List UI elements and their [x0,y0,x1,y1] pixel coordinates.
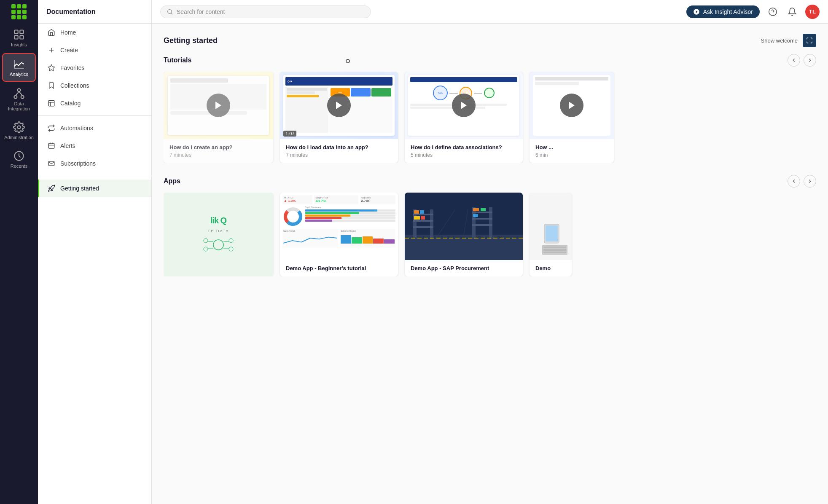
data-integration-icon [13,88,25,99]
tutorial-thumb-1 [164,72,273,139]
sidebar-nav-subscriptions[interactable]: Subscriptions [38,155,151,172]
app-logo[interactable] [0,0,38,24]
play-icon-2 [334,100,344,110]
svg-rect-71 [543,252,566,253]
tutorials-prev-button[interactable] [788,54,800,67]
tutorials-cards-row: How do I create an app? 7 minutes Qlik [164,72,816,163]
app-thumb-vis: lik Q TH DATA [164,193,273,276]
play-button-3[interactable] [452,94,476,117]
rocket-icon [48,185,55,192]
apps-section: Apps [164,175,816,276]
svg-rect-54 [421,216,425,220]
tutorial-card-2[interactable]: Qlik [280,72,398,163]
icon-sidebar: Insights Analytics Data Integration Admi… [0,0,38,504]
svg-point-33 [204,239,208,243]
apps-prev-button[interactable] [788,175,800,188]
svg-rect-52 [420,210,424,214]
app-info-device: Demo [530,260,572,276]
apps-cards-row: lik Q TH DATA [164,193,816,276]
svg-rect-48 [413,214,433,215]
chevron-right-icon [807,57,813,63]
subscriptions-icon [48,160,55,167]
svg-point-36 [229,247,233,251]
sidebar-item-data-integration[interactable]: Data Integration [2,83,36,115]
tutorial-card-4[interactable]: How ... 6 min [530,72,614,163]
help-button[interactable] [766,5,779,18]
tutorial-duration-4: 6 min [535,152,608,158]
app-info-sap: Demo App - SAP Procurement [405,260,523,276]
sidebar-nav-alerts[interactable]: Alerts [38,137,151,155]
sidebar-nav-getting-started[interactable]: Getting started [38,180,151,197]
tutorials-next-button[interactable] [804,54,816,67]
home-label: Home [60,29,76,36]
svg-rect-49 [413,220,433,222]
fullscreen-button[interactable] [803,34,816,47]
sidebar-nav-create[interactable]: Create [38,41,151,59]
tutorial-title-2: How do I load data into an app? [286,144,392,150]
sidebar-nav-automations[interactable]: Automations [38,119,151,137]
sidebar-item-administration[interactable]: Administration [2,117,36,144]
svg-point-8 [21,96,24,99]
tutorial-info-4: How ... 6 min [530,139,614,163]
create-icon [48,46,55,54]
search-bar[interactable]: Search for content [160,5,371,18]
show-welcome-button[interactable]: Show welcome [761,38,798,44]
apps-chevron-left-icon [791,178,797,184]
svg-marker-30 [461,102,467,109]
ask-advisor-button[interactable]: Ask Insight Advisor [686,5,760,18]
sidebar-nav-catalog[interactable]: Catalog [38,94,151,112]
tutorials-title: Tutorials [164,56,788,64]
alerts-label: Alerts [60,142,75,149]
content-area: Getting started Show welcome Tutorials [152,24,828,504]
svg-rect-2 [15,35,18,39]
apps-title: Apps [164,177,788,185]
sidebar-item-analytics[interactable]: Analytics [2,53,36,82]
page-title: Getting started [164,36,761,45]
donut-chart [282,206,304,227]
play-button-4[interactable] [560,94,583,117]
notifications-button[interactable] [786,5,798,18]
svg-rect-67 [546,225,558,241]
subscriptions-label: Subscriptions [60,160,96,167]
help-icon [768,7,777,16]
svg-rect-4 [14,68,24,68]
vis-network-svg [202,236,235,253]
svg-point-24 [168,9,172,13]
app-card-vis[interactable]: lik Q TH DATA [164,193,273,276]
svg-point-26 [769,8,777,15]
sidebar-nav-collections[interactable]: Collections [38,77,151,94]
tutorial-card-3[interactable]: Table [405,72,523,163]
play-icon-4 [567,100,577,110]
secondary-sidebar: Documentation Home Create Favorites Coll… [38,0,152,504]
sidebar-divider [38,115,151,116]
tutorials-section: Tutorials [164,54,816,163]
automations-label: Automations [60,125,93,131]
svg-rect-62 [473,214,478,217]
apps-next-button[interactable] [804,175,816,188]
tutorial-card-1[interactable]: How do I create an app? 7 minutes [164,72,273,163]
app-card-sap[interactable]: Demo App - SAP Procurement [405,193,523,276]
app-thumb-demo: M (YTD) ▲ 1.3% Margin (YTD) 43.7% Avg Sa… [280,193,398,260]
sidebar-nav-favorites[interactable]: Favorites [38,59,151,77]
svg-marker-28 [215,102,221,109]
play-button-1[interactable] [207,94,230,117]
svg-line-9 [16,91,19,95]
svg-rect-3 [20,35,23,39]
play-button-2[interactable] [327,94,351,117]
tutorial-thumb-3: Table [405,72,523,139]
sidebar-nav-home[interactable]: Home [38,24,151,41]
svg-rect-16 [48,100,54,106]
home-icon [48,29,55,36]
warehouse-svg [405,193,523,260]
svg-point-32 [213,240,223,250]
chevron-left-icon [791,57,797,63]
app-card-demo[interactable]: M (YTD) ▲ 1.3% Margin (YTD) 43.7% Avg Sa… [280,193,398,276]
user-avatar[interactable]: TL [805,5,820,19]
app-card-device[interactable]: Demo [530,193,572,276]
svg-rect-45 [405,235,523,260]
svg-marker-15 [48,65,55,71]
sidebar-item-recents[interactable]: Recents [2,146,36,173]
main-content: Search for content Ask Insight Advisor [152,0,828,504]
tutorial-duration-1: 7 minutes [169,152,267,158]
sidebar-item-insights[interactable]: Insights [2,24,36,51]
